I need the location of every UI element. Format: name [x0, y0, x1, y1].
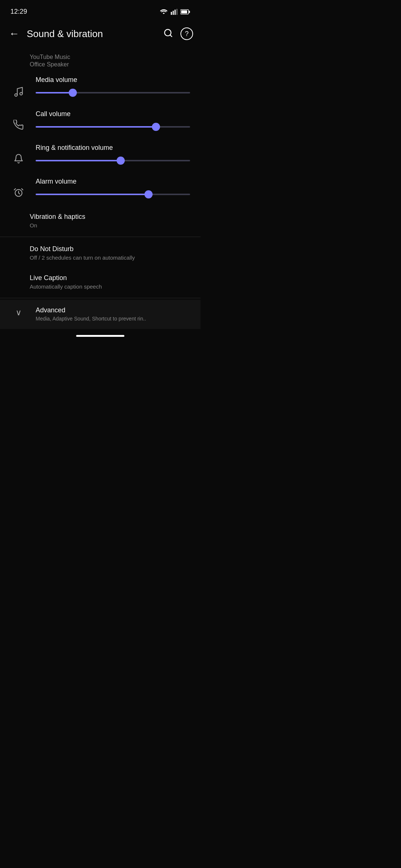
- svg-rect-2: [175, 10, 176, 15]
- phone-icon: [13, 120, 24, 130]
- live-caption-subtitle: Automatically caption speech: [30, 283, 190, 290]
- alarm-volume-control: Alarm volume: [36, 178, 190, 199]
- audio-source-device: Office Speaker: [30, 61, 171, 68]
- toolbar-actions: ?: [162, 27, 193, 41]
- vibration-haptics-row[interactable]: Vibration & haptics On: [0, 206, 200, 235]
- battery-icon: [180, 9, 190, 14]
- alarm-slider-thumb[interactable]: [144, 190, 153, 198]
- search-button[interactable]: [162, 27, 175, 41]
- audio-source-app: YouTube Music: [30, 54, 171, 60]
- svg-rect-6: [181, 10, 187, 13]
- vibration-haptics-subtitle: On: [30, 222, 190, 228]
- help-button[interactable]: ?: [180, 27, 193, 40]
- alarm-volume-label: Alarm volume: [36, 178, 190, 185]
- status-time: 12:29: [10, 8, 27, 16]
- advanced-title: Advanced: [36, 306, 190, 314]
- nav-bar: [0, 329, 200, 341]
- wifi-icon: [160, 9, 168, 15]
- svg-rect-0: [171, 12, 172, 15]
- toolbar: ← Sound & vibration ?: [0, 20, 200, 47]
- section-divider: [0, 237, 200, 237]
- svg-rect-5: [189, 11, 190, 13]
- call-volume-slider[interactable]: [36, 122, 190, 131]
- ring-volume-control: Ring & notification volume: [36, 144, 190, 165]
- advanced-row[interactable]: ∨ Advanced Media, Adaptive Sound, Shortc…: [0, 300, 200, 329]
- advanced-subtitle: Media, Adaptive Sound, Shortcut to preve…: [36, 316, 190, 322]
- ring-volume-label: Ring & notification volume: [36, 144, 190, 152]
- do-not-disturb-title: Do Not Disturb: [30, 245, 190, 253]
- do-not-disturb-row[interactable]: Do Not Disturb Off / 2 schedules can tur…: [0, 239, 200, 267]
- alarm-slider-track: [36, 194, 190, 195]
- call-volume-control: Call volume: [36, 110, 190, 131]
- svg-point-9: [15, 94, 17, 96]
- nav-pill: [76, 335, 124, 337]
- status-icons: [160, 9, 190, 15]
- call-volume-label: Call volume: [36, 110, 190, 118]
- call-slider-fill: [36, 126, 156, 128]
- help-icon: ?: [185, 30, 189, 38]
- media-volume-label: Media volume: [36, 76, 190, 84]
- search-icon: [163, 28, 173, 38]
- advanced-divider: [0, 298, 200, 298]
- advanced-content: Advanced Media, Adaptive Sound, Shortcut…: [36, 306, 190, 322]
- signal-icon: [171, 9, 177, 15]
- call-volume-icon-col: [10, 110, 27, 130]
- svg-rect-3: [176, 9, 177, 15]
- vibration-haptics-title: Vibration & haptics: [30, 213, 190, 221]
- status-bar: 12:29: [0, 0, 200, 20]
- ring-slider-track: [36, 160, 190, 161]
- page-title: Sound & vibration: [27, 28, 156, 40]
- bell-icon: [13, 154, 24, 165]
- svg-line-8: [170, 35, 172, 37]
- alarm-volume-icon-col: [10, 178, 27, 198]
- media-volume-control: Media volume: [36, 76, 190, 97]
- ring-volume-slider[interactable]: [36, 156, 190, 165]
- ring-volume-row: Ring & notification volume: [0, 139, 200, 172]
- ring-slider-fill: [36, 160, 121, 161]
- music-note-icon: [13, 86, 24, 98]
- do-not-disturb-subtitle: Off / 2 schedules can turn on automatica…: [30, 254, 190, 261]
- media-volume-slider[interactable]: [36, 88, 190, 97]
- content: YouTube Music Office Speaker Media volum…: [0, 47, 200, 329]
- audio-source: YouTube Music Office Speaker: [0, 47, 200, 71]
- media-slider-fill: [36, 92, 73, 93]
- live-caption-row[interactable]: Live Caption Automatically caption speec…: [0, 267, 200, 296]
- media-slider-track: [36, 92, 190, 93]
- alarm-slider-fill: [36, 194, 149, 195]
- advanced-chevron-icon: ∨: [10, 306, 27, 318]
- alarm-volume-row: Alarm volume: [0, 172, 200, 206]
- call-slider-thumb[interactable]: [152, 123, 160, 131]
- call-volume-row: Call volume: [0, 105, 200, 139]
- back-button[interactable]: ←: [7, 27, 21, 40]
- alarm-volume-slider[interactable]: [36, 190, 190, 199]
- media-volume-row: Media volume: [0, 71, 200, 105]
- svg-rect-1: [173, 11, 174, 15]
- media-slider-thumb[interactable]: [69, 89, 77, 97]
- ring-slider-thumb[interactable]: [117, 157, 125, 165]
- alarm-clock-icon: [13, 187, 24, 198]
- live-caption-title: Live Caption: [30, 274, 190, 282]
- media-volume-icon-col: [10, 76, 27, 98]
- call-slider-track: [36, 126, 190, 128]
- ring-volume-icon-col: [10, 144, 27, 165]
